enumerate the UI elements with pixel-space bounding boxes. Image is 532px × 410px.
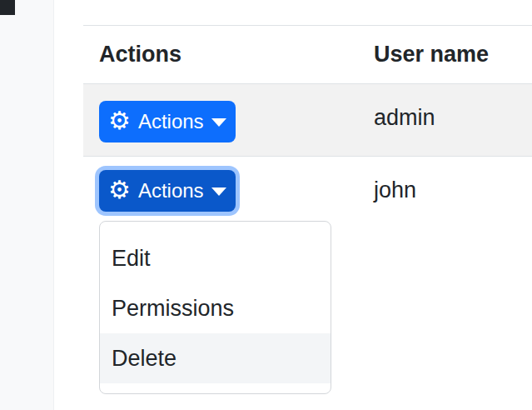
table-row: ⚙ Actions Edit Permissions Delete john (83, 157, 532, 410)
gear-icon: ⚙ (108, 178, 131, 202)
menu-item-permissions[interactable]: Permissions (100, 283, 331, 333)
actions-button-label: Actions (138, 112, 204, 132)
table-header-row: Actions User name (83, 26, 532, 84)
users-table-container: Actions User name ⚙ Actions admin (83, 25, 532, 410)
actions-dropdown-menu: Edit Permissions Delete (99, 221, 331, 394)
sidebar (0, 0, 54, 410)
gear-icon: ⚙ (108, 108, 131, 133)
chevron-down-icon (211, 118, 226, 127)
actions-dropdown-button[interactable]: ⚙ Actions (99, 101, 236, 142)
actions-dropdown-button-open[interactable]: ⚙ Actions (99, 170, 236, 212)
menu-item-delete[interactable]: Delete (100, 333, 331, 383)
actions-button-label: Actions (138, 181, 204, 201)
column-header-actions: Actions (83, 26, 358, 84)
actions-cell: ⚙ Actions (83, 84, 358, 157)
column-header-username: User name (358, 26, 532, 84)
actions-cell: ⚙ Actions Edit Permissions Delete (83, 157, 358, 410)
username-cell: admin (358, 84, 532, 157)
table-row: ⚙ Actions admin (83, 84, 532, 157)
app-root: Actions User name ⚙ Actions admin (0, 0, 532, 410)
navbar-corner (0, 0, 15, 15)
username-cell: john (358, 157, 532, 410)
menu-item-edit[interactable]: Edit (100, 233, 331, 283)
chevron-down-icon (211, 188, 226, 196)
users-table: Actions User name ⚙ Actions admin (83, 25, 532, 410)
